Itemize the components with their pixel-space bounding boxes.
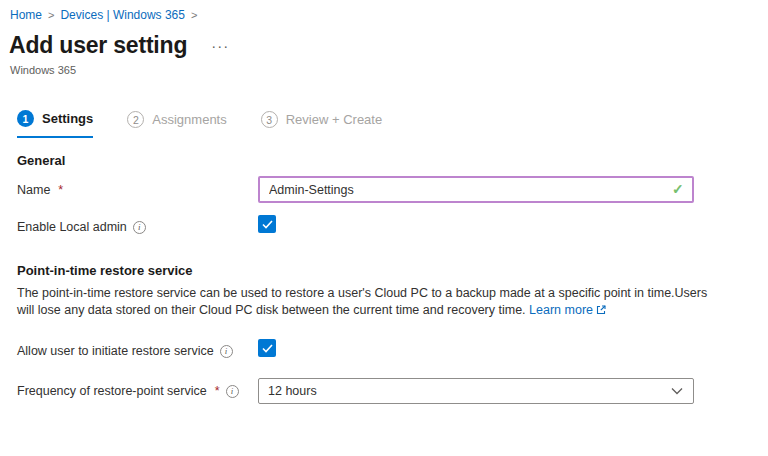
required-asterisk: *: [215, 384, 220, 398]
step-2-label: Assignments: [152, 112, 226, 127]
breadcrumb: Home > Devices | Windows 365 >: [10, 8, 197, 22]
add-user-setting-page: Home > Devices | Windows 365 > Add user …: [0, 0, 768, 456]
general-section-heading: General: [17, 153, 65, 168]
chevron-down-icon: [671, 384, 683, 398]
tab-assignments[interactable]: 2 Assignments: [127, 110, 226, 138]
frequency-dropdown[interactable]: 12 hours: [258, 378, 694, 404]
name-label: Name*: [17, 183, 63, 197]
step-2-badge: 2: [127, 111, 144, 128]
page-title: Add user setting: [9, 32, 187, 59]
checkmark-icon: [262, 220, 273, 229]
breadcrumb-devices-windows365-link[interactable]: Devices | Windows 365: [60, 8, 185, 22]
tab-review-create[interactable]: 3 Review + Create: [261, 110, 382, 138]
tab-settings[interactable]: 1 Settings: [17, 110, 93, 138]
breadcrumb-separator: >: [48, 9, 54, 21]
learn-more-link[interactable]: Learn more: [529, 303, 606, 317]
step-1-label: Settings: [42, 111, 93, 126]
breadcrumb-home-link[interactable]: Home: [10, 8, 42, 22]
restore-section-heading: Point-in-time restore service: [17, 263, 193, 278]
allow-restore-label: Allow user to initiate restore service i: [17, 344, 233, 358]
info-icon[interactable]: i: [220, 345, 233, 358]
external-link-icon: [596, 303, 606, 320]
more-options-button[interactable]: ···: [209, 37, 231, 55]
allow-restore-checkbox[interactable]: [258, 339, 276, 357]
enable-local-admin-label: Enable Local admin i: [17, 220, 146, 234]
breadcrumb-separator: >: [191, 9, 197, 21]
info-icon[interactable]: i: [226, 385, 239, 398]
step-3-label: Review + Create: [286, 112, 382, 127]
info-icon[interactable]: i: [133, 221, 146, 234]
frequency-label: Frequency of restore-point service* i: [17, 384, 239, 398]
checkmark-icon: [262, 344, 273, 353]
step-3-badge: 3: [261, 111, 278, 128]
frequency-selected-value: 12 hours: [268, 384, 317, 398]
restore-description: The point-in-time restore service can be…: [17, 285, 719, 319]
step-1-badge: 1: [17, 110, 34, 127]
name-input[interactable]: [258, 176, 694, 203]
enable-local-admin-checkbox[interactable]: [258, 215, 276, 233]
page-subtitle: Windows 365: [10, 64, 76, 76]
header: Add user setting ···: [9, 32, 231, 59]
required-asterisk: *: [58, 183, 63, 197]
wizard-steps: 1 Settings 2 Assignments 3 Review + Crea…: [17, 110, 382, 138]
